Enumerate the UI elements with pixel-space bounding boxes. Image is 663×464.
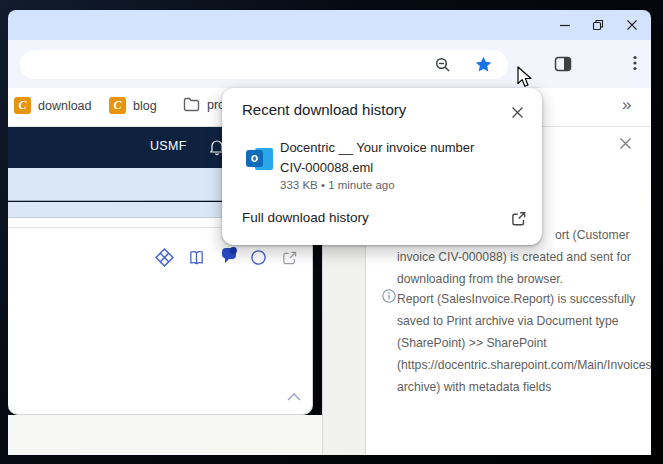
side-panel-button[interactable] — [554, 55, 572, 73]
outlook-eml-icon: o — [246, 147, 273, 171]
browser-toolbar — [8, 40, 651, 88]
restore-button[interactable] — [591, 18, 605, 32]
company-picker[interactable]: USMF — [150, 139, 187, 153]
close-icon — [625, 18, 639, 32]
download-filename: Docentric __ Your invoice number CIV-000… — [280, 138, 474, 178]
close-window-button[interactable] — [625, 18, 639, 32]
message-text: archive) with metadata fields — [397, 376, 551, 398]
close-icon — [510, 105, 525, 120]
side-panel-icon — [554, 55, 572, 73]
mouse-cursor — [516, 66, 534, 90]
bookmark-blog[interactable]: C blog — [109, 97, 157, 114]
window-titlebar — [8, 10, 651, 40]
bookmark-star-icon[interactable] — [475, 56, 492, 73]
message-text: saved to Print archive via Document type — [397, 310, 619, 332]
docentric-favicon: C — [109, 97, 126, 114]
bookmark-label: download — [38, 99, 92, 113]
close-icon — [618, 136, 633, 151]
bookmark-folder-pro[interactable]: pro — [183, 97, 225, 112]
full-download-history-link[interactable]: Full download history — [242, 210, 369, 225]
download-history-popup: Recent download history o Docentric __ Y… — [222, 88, 542, 245]
minimize-icon — [558, 18, 572, 32]
folder-icon — [183, 97, 200, 112]
restore-icon — [591, 18, 605, 32]
docentric-favicon: C — [14, 97, 31, 114]
popup-title: Recent download history — [242, 101, 406, 118]
three-dot-menu-icon — [626, 54, 644, 72]
refresh-circle-icon[interactable] — [250, 249, 267, 266]
minimize-button[interactable] — [558, 18, 572, 32]
download-item[interactable]: o Docentric __ Your invoice number CIV-0… — [222, 134, 542, 196]
download-meta: 333 KB • 1 minute ago — [280, 179, 395, 191]
chrome-menu-button[interactable] — [626, 54, 644, 72]
message-text: ort (Customer — [555, 224, 630, 246]
dynamics-diamond-icon[interactable] — [155, 248, 174, 267]
message-text: Report (SalesInvoice.Report) is successf… — [397, 288, 635, 310]
bookmarks-overflow-chevron[interactable]: » — [622, 95, 631, 115]
address-bar[interactable] — [20, 50, 508, 79]
bookmark-label: blog — [133, 99, 157, 113]
message-text: invoice CIV-000088) is created and sent … — [397, 246, 631, 268]
message-text: downloading from the browser. — [397, 268, 563, 290]
open-in-new-icon[interactable] — [282, 250, 298, 266]
flask-badge-icon[interactable] — [218, 246, 239, 266]
zoom-out-icon[interactable] — [435, 57, 451, 73]
message-text: (SharePoint) >> SharePoint — [397, 332, 547, 354]
info-icon — [382, 289, 396, 303]
page-background — [8, 415, 322, 455]
close-panel-button[interactable] — [618, 136, 633, 151]
screen: C download C blog pro » USMF — [0, 0, 663, 464]
collapse-section-chevron[interactable] — [286, 392, 302, 402]
book-icon[interactable] — [188, 249, 205, 266]
message-text: (https://docentric.sharepoint.com/Main/I… — [397, 354, 651, 376]
close-popup-button[interactable] — [510, 105, 525, 120]
bookmark-download[interactable]: C download — [14, 97, 92, 114]
external-link-icon[interactable] — [510, 210, 527, 227]
